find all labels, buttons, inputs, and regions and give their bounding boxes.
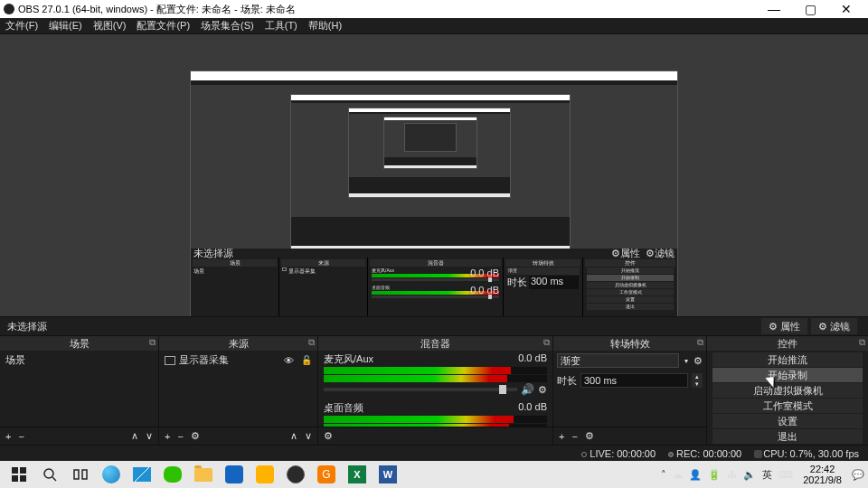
start-recording-button[interactable]: 开始录制 xyxy=(712,368,863,382)
sources-title: 来源 xyxy=(229,337,249,351)
properties-button[interactable]: ⚙属性 xyxy=(761,318,807,334)
duration-down[interactable]: ▾ xyxy=(692,380,703,388)
start-streaming-button[interactable]: 开始推流 xyxy=(712,352,863,367)
gear-icon: ⚙ xyxy=(818,321,827,333)
svg-rect-6 xyxy=(74,470,79,479)
visibility-toggle[interactable]: 👁 xyxy=(284,355,294,366)
transition-prop-button[interactable]: ⚙ xyxy=(585,430,594,442)
menu-scene-collection[interactable]: 场景集合(S) xyxy=(201,19,254,33)
taskbar-word[interactable]: W xyxy=(373,462,403,487)
transition-settings-button[interactable]: ⚙ xyxy=(693,355,703,367)
tray-volume-icon[interactable]: 🔈 xyxy=(743,469,756,481)
add-source-button[interactable]: + xyxy=(165,431,170,442)
scene-item[interactable]: 场景 xyxy=(0,351,158,370)
menu-profile[interactable]: 配置文件(P) xyxy=(137,19,190,33)
settings-button[interactable]: 设置 xyxy=(712,414,863,428)
svg-rect-0 xyxy=(12,467,18,474)
start-virtualcam-button[interactable]: 启动虚拟摄像机 xyxy=(712,383,863,398)
taskbar-excel[interactable]: X xyxy=(342,462,373,487)
window-titlebar: OBS 27.0.1 (64-bit, windows) - 配置文件: 未命名… xyxy=(0,0,868,18)
dropdown-icon[interactable]: ▾ xyxy=(681,357,692,365)
vu-meter xyxy=(324,367,547,374)
tray-chevron-icon[interactable]: ˄ xyxy=(661,469,666,481)
popout-icon[interactable]: ⧉ xyxy=(149,337,156,348)
preview-area[interactable]: 场景 场景 来源 显示器采集 混音器 麦克风/Aux0.0 dB 桌面音频0.0… xyxy=(0,34,868,316)
taskbar-wechat[interactable] xyxy=(157,462,188,487)
transitions-toolbar: + − ⚙ xyxy=(553,427,706,445)
duration-input[interactable]: 300 ms xyxy=(580,373,688,388)
taskbar-explorer[interactable] xyxy=(188,462,219,487)
menubar: 文件(F) 编辑(E) 视图(V) 配置文件(P) 场景集合(S) 工具(T) … xyxy=(0,18,868,34)
scene-up-button[interactable]: ∧ xyxy=(131,430,138,442)
live-indicator-icon xyxy=(581,452,587,457)
scene-down-button[interactable]: ∨ xyxy=(146,430,153,442)
tray-ime[interactable]: 英 xyxy=(762,468,772,482)
maximize-button[interactable]: ▢ xyxy=(792,0,828,18)
mixer-title: 混音器 xyxy=(420,337,450,351)
search-button[interactable] xyxy=(34,462,65,487)
source-up-button[interactable]: ∧ xyxy=(290,430,297,442)
studio-mode-button[interactable]: 工作室模式 xyxy=(712,399,863,413)
svg-line-5 xyxy=(52,477,56,481)
transitions-title: 转场特效 xyxy=(610,337,650,351)
remove-transition-button[interactable]: − xyxy=(571,431,577,442)
add-scene-button[interactable]: + xyxy=(5,431,11,442)
mixer-settings-button[interactable]: ⚙ xyxy=(324,430,333,442)
remove-scene-button[interactable]: − xyxy=(18,431,24,442)
source-toolbar: 未选择源 ⚙属性 ⚙滤镜 xyxy=(0,316,868,336)
svg-rect-3 xyxy=(20,475,26,482)
add-transition-button[interactable]: + xyxy=(559,431,564,442)
start-button[interactable] xyxy=(4,462,34,487)
menu-edit[interactable]: 编辑(E) xyxy=(49,19,82,33)
exit-button[interactable]: 退出 xyxy=(712,429,863,444)
close-button[interactable]: ✕ xyxy=(828,0,864,18)
task-view-button[interactable] xyxy=(65,462,96,487)
taskbar-obs[interactable] xyxy=(280,462,311,487)
scenes-toolbar: + − ∧ ∨ xyxy=(0,427,158,445)
minimize-button[interactable]: ― xyxy=(756,0,792,18)
taskbar-app-yellow[interactable] xyxy=(250,462,280,487)
svg-rect-7 xyxy=(82,470,87,479)
svg-rect-1 xyxy=(20,467,26,474)
windows-taskbar: G X W ˄ ☁ 👤 🔋 🖧 🔈 英 ⌨ 22:42 2021/9/8 💬 xyxy=(0,461,868,488)
svg-point-4 xyxy=(44,469,53,478)
channel-settings-button[interactable]: ⚙ xyxy=(538,384,547,396)
popout-icon[interactable]: ⧉ xyxy=(859,337,865,348)
menu-view[interactable]: 视图(V) xyxy=(93,19,127,33)
mixer-channel-mic: 麦克风/Aux0.0 dB 🔊 ⚙ xyxy=(318,351,552,399)
source-settings-button[interactable]: ⚙ xyxy=(191,430,200,442)
popout-icon[interactable]: ⧉ xyxy=(308,337,315,348)
taskbar-app-blue[interactable] xyxy=(219,462,250,487)
source-down-button[interactable]: ∨ xyxy=(305,430,312,442)
remove-source-button[interactable]: − xyxy=(177,431,183,442)
source-item[interactable]: 显示器采集 👁 🔓 xyxy=(159,351,317,370)
system-tray: ˄ ☁ 👤 🔋 🖧 🔈 英 ⌨ 22:42 2021/9/8 💬 xyxy=(661,464,864,485)
tray-network-icon[interactable]: 🖧 xyxy=(727,469,737,480)
transition-select[interactable]: 渐变 xyxy=(557,353,679,368)
controls-dock: 控件⧉ 开始推流 开始录制 启动虚拟摄像机 工作室模式 设置 退出 xyxy=(707,336,868,445)
cpu-indicator-icon xyxy=(754,450,762,458)
sources-dock: 来源⧉ 显示器采集 👁 🔓 + − ⚙ ∧ ∨ xyxy=(159,336,318,445)
filters-button[interactable]: ⚙滤镜 xyxy=(811,318,857,334)
popout-icon[interactable]: ⧉ xyxy=(543,337,550,348)
tray-keyboard-icon[interactable]: ⌨ xyxy=(778,469,793,481)
taskbar-app-orange[interactable]: G xyxy=(311,462,342,487)
tray-clock[interactable]: 22:42 2021/9/8 xyxy=(799,464,845,485)
tray-battery-icon[interactable]: 🔋 xyxy=(708,469,721,481)
mixer-dock: 混音器⧉ 麦克风/Aux0.0 dB 🔊 ⚙ 桌面音频0.0 dB 🔊 xyxy=(318,336,553,445)
menu-help[interactable]: 帮助(H) xyxy=(308,19,342,33)
popout-icon[interactable]: ⧉ xyxy=(697,337,703,348)
tray-cloud-icon[interactable]: ☁ xyxy=(673,469,683,481)
tray-notifications-icon[interactable]: 💬 xyxy=(852,469,864,481)
transitions-dock: 转场特效⧉ 渐变 ▾ ⚙ 时长 300 ms ▴▾ + − ⚙ xyxy=(553,336,707,445)
volume-slider[interactable] xyxy=(324,388,517,391)
mute-button[interactable]: 🔊 xyxy=(521,383,534,396)
lock-toggle[interactable]: 🔓 xyxy=(301,355,312,365)
duration-up[interactable]: ▴ xyxy=(692,373,703,380)
taskbar-mail[interactable] xyxy=(127,462,157,487)
menu-tools[interactable]: 工具(T) xyxy=(265,19,297,33)
tray-people-icon[interactable]: 👤 xyxy=(689,469,702,481)
taskbar-edge[interactable] xyxy=(96,462,127,487)
menu-file[interactable]: 文件(F) xyxy=(5,19,38,33)
mixer-channel-desktop: 桌面音频0.0 dB 🔊 ⚙ xyxy=(318,399,552,427)
